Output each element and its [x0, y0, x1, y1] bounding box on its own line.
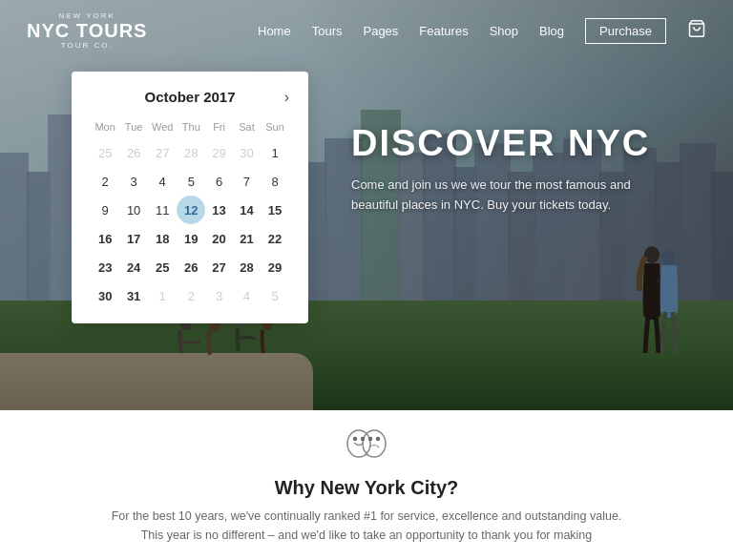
calendar-day[interactable]: 1 [148, 281, 178, 310]
why-description: For the best 10 years, we've continually… [99, 507, 634, 545]
calendar-day[interactable]: 28 [233, 253, 261, 281]
calendar-day[interactable]: 22 [261, 224, 289, 253]
why-icon [344, 426, 389, 469]
logo-sub: NEW YORK [59, 11, 115, 20]
svg-point-34 [644, 246, 660, 263]
calendar-next-button[interactable]: › [284, 89, 289, 106]
hero-text-block: DISCOVER NYC Come and join us we we tour… [351, 124, 676, 215]
calendar-day[interactable]: 9 [91, 196, 119, 224]
cal-header-thu: Thu [177, 118, 205, 138]
calendar-day[interactable]: 24 [119, 253, 148, 281]
calendar-day[interactable]: 19 [177, 224, 205, 253]
calendar-day[interactable]: 28 [177, 138, 205, 167]
purchase-button[interactable]: Purchase [585, 18, 666, 44]
calendar-body: 2526272829301234567891011121314151617181… [91, 138, 289, 310]
hero-title: DISCOVER NYC [351, 124, 676, 164]
calendar-day[interactable]: 11 [148, 196, 178, 224]
why-title: Why New York City? [275, 477, 459, 499]
calendar-day[interactable]: 12 [177, 196, 205, 224]
calendar-day[interactable]: 29 [261, 253, 289, 281]
calendar-day[interactable]: 31 [119, 281, 148, 310]
calendar-day[interactable]: 14 [233, 196, 261, 224]
cal-header-wed: Wed [148, 118, 178, 138]
calendar-day[interactable]: 5 [177, 167, 205, 196]
svg-point-42 [363, 430, 386, 457]
main-nav: Home Tours Pages Features Shop Blog Purc… [258, 18, 706, 44]
logo-main[interactable]: NYC TOURS [27, 20, 147, 41]
nav-item-shop[interactable]: Shop [490, 24, 518, 38]
calendar-week: 303112345 [91, 281, 289, 310]
calendar-day[interactable]: 26 [119, 138, 148, 167]
calendar-day[interactable]: 27 [205, 253, 233, 281]
calendar-day[interactable]: 3 [205, 281, 233, 310]
svg-point-45 [369, 437, 372, 440]
calendar-day[interactable]: 16 [91, 224, 119, 253]
calendar-day[interactable]: 30 [233, 138, 261, 167]
svg-point-44 [362, 437, 365, 440]
calendar-day[interactable]: 2 [91, 167, 119, 196]
calendar-day[interactable]: 4 [233, 281, 261, 310]
nav-item-pages[interactable]: Pages [363, 24, 398, 38]
calendar-day[interactable]: 6 [205, 167, 233, 196]
hero-section: DISCOVER NYC Come and join us we we tour… [0, 0, 733, 410]
calendar-week: 16171819202122 [91, 224, 289, 253]
calendar-grid: Mon Tue Wed Thu Fri Sat Sun 252627282930… [91, 118, 289, 310]
calendar-day[interactable]: 17 [119, 224, 148, 253]
calendar-header: October 2017 › [91, 89, 289, 105]
cal-header-fri: Fri [205, 118, 233, 138]
svg-point-36 [661, 250, 675, 265]
calendar-day[interactable]: 21 [233, 224, 261, 253]
cal-header-tue: Tue [119, 118, 148, 138]
calendar-day[interactable]: 15 [261, 196, 289, 224]
calendar-day[interactable]: 20 [205, 224, 233, 253]
calendar-day[interactable]: 7 [233, 167, 261, 196]
cal-header-sat: Sat [233, 118, 261, 138]
calendar-day[interactable]: 4 [148, 167, 178, 196]
calendar-week: 2345678 [91, 167, 289, 196]
calendar-day-headers: Mon Tue Wed Thu Fri Sat Sun [91, 118, 289, 138]
calendar-day[interactable]: 10 [119, 196, 148, 224]
logo-co: TOUR CO. [61, 41, 114, 50]
calendar-week: 9101112131415 [91, 196, 289, 224]
calendar-day[interactable]: 13 [205, 196, 233, 224]
logo: NEW YORK NYC TOURS TOUR CO. [27, 11, 147, 50]
svg-point-46 [377, 437, 380, 440]
calendar-day[interactable]: 8 [261, 167, 289, 196]
site-header: NEW YORK NYC TOURS TOUR CO. Home Tours P… [0, 0, 733, 61]
calendar-day[interactable]: 25 [148, 253, 178, 281]
nav-item-tours[interactable]: Tours [312, 24, 343, 38]
cal-header-sun: Sun [261, 118, 289, 138]
calendar-day[interactable]: 1 [261, 138, 289, 167]
calendar-day[interactable]: 2 [177, 281, 205, 310]
cal-header-mon: Mon [91, 118, 119, 138]
calendar-day[interactable]: 25 [91, 138, 119, 167]
nav-item-home[interactable]: Home [258, 24, 291, 38]
calendar-week: 23242526272829 [91, 253, 289, 281]
calendar-week: 2526272829301 [91, 138, 289, 167]
calendar-day[interactable]: 3 [119, 167, 148, 196]
calendar-title: October 2017 [91, 89, 289, 105]
calendar-day[interactable]: 5 [261, 281, 289, 310]
calendar-day[interactable]: 18 [148, 224, 178, 253]
calendar-day[interactable]: 23 [91, 253, 119, 281]
calendar: October 2017 › Mon Tue Wed Thu Fri Sat S… [72, 72, 308, 323]
nav-item-blog[interactable]: Blog [539, 24, 564, 38]
nav-item-features[interactable]: Features [419, 24, 468, 38]
people-silhouettes [609, 243, 695, 358]
calendar-day[interactable]: 29 [205, 138, 233, 167]
svg-point-43 [354, 437, 357, 440]
why-section: Why New York City? For the best 10 years… [0, 410, 733, 560]
cart-icon[interactable] [687, 19, 706, 42]
calendar-day[interactable]: 27 [148, 138, 178, 167]
calendar-day[interactable]: 30 [91, 281, 119, 310]
calendar-day[interactable]: 26 [177, 253, 205, 281]
hero-description: Come and join us we we tour the most fam… [351, 176, 676, 216]
